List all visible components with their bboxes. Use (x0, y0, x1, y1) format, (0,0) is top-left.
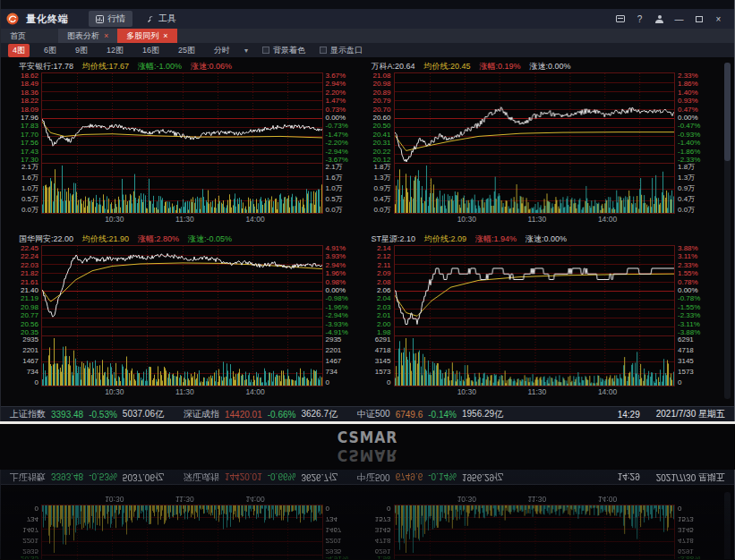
app-window: 量化终端 行情 工具 ? — × (0, 470, 735, 559)
price-chart[interactable] (41, 245, 323, 336)
index-value: 6749.6 (396, 472, 423, 482)
price-axis-labels: 22.4522.2422.0321.8221.6121.4021.1920.98… (17, 245, 41, 336)
time-tick: 10:30 (457, 495, 476, 504)
grid-16-button[interactable]: 16图 (138, 44, 164, 57)
chart-grid: 平安银行:17.78 均价线:17.67 涨幅:-1.00% 涨速:0.06% … (1, 485, 734, 559)
index-name[interactable]: 中证500 (357, 408, 390, 420)
tab-home[interactable]: 首页 (1, 29, 35, 43)
chart-panel-vanke[interactable]: 万科A:20.64 均价线:20.45 涨幅:0.19% 涨速:0.00% 21… (370, 61, 708, 233)
background-shading-checkbox[interactable]: 背景着色 (262, 45, 305, 56)
chart-header: 平安银行:17.78 均价线:17.67 涨幅:-1.00% 涨速:0.06% (17, 61, 355, 72)
grid-25-button[interactable]: 25图 (174, 44, 200, 57)
time-tick: 10:30 (105, 215, 124, 224)
index-name: 深证成指 (184, 471, 219, 483)
change-pct-label: 涨幅:-1.00% (138, 61, 182, 72)
volume-axis-labels: 62914718314515730 (675, 505, 707, 555)
tab-chart-analysis[interactable]: 图表分析 × (58, 29, 117, 43)
price-chart[interactable] (394, 245, 676, 336)
volume-chart[interactable] (394, 164, 676, 214)
close-button[interactable]: × (712, 13, 725, 25)
volume-axis-labels: 2.1万1.6万1.0万0.5万0.0万 (323, 164, 355, 214)
percent-axis-labels: 3.67%2.94%2.20%1.47%0.73%0.00%-0.73%-1.4… (323, 72, 355, 164)
clock-date: 2021/7/30 星期五 (656, 471, 725, 483)
change-pct-label: 涨幅:1.94% (475, 233, 517, 245)
volume-chart[interactable] (41, 336, 323, 386)
csmar-watermark: CSMAR (30, 429, 705, 445)
screenshot-stage: 量化终端 行情 工具 ? — × (0, 0, 735, 560)
maximize-button[interactable] (692, 13, 705, 25)
window-top-edge (1, 0, 734, 9)
tab-multi-stock-label: 多股同列 (126, 30, 158, 42)
change-speed-label: 涨速:0.00% (526, 233, 567, 245)
scrollbar[interactable] (724, 63, 731, 399)
right-axis: 4.91%3.93%2.94%1.96%0.98%0.00%-0.98%-1.9… (323, 494, 355, 559)
index-change: -0.14% (428, 410, 457, 420)
grid-9-button[interactable]: 9图 (71, 44, 92, 57)
time-tick: 11:30 (175, 495, 194, 504)
volume-axis-labels: 1.8万1.3万0.9万0.4万0.0万 (675, 164, 707, 214)
right-axis: 2.33%1.86%1.40%0.93%0.47%0.00%-0.47%-0.9… (675, 72, 707, 225)
index-change: -0.66% (268, 472, 296, 482)
chart-panel-stxingyuan: ST星源:2.10 均价线:2.09 涨幅:1.94% 涨速:0.00% 2.1… (370, 485, 708, 559)
chart-grid: 平安银行:17.78 均价线:17.67 涨幅:-1.00% 涨速:0.06% … (1, 57, 734, 406)
time-axis: 10:30 11:30 14:00 (394, 386, 676, 397)
tab-close-icon[interactable]: × (104, 31, 108, 40)
chart-panel-pingan[interactable]: 平安银行:17.78 均价线:17.67 涨幅:-1.00% 涨速:0.06% … (17, 61, 355, 233)
user-button[interactable] (653, 13, 666, 25)
index-value: 6749.6 (396, 410, 423, 420)
price-chart[interactable] (41, 72, 323, 164)
scrollbar-thumb[interactable] (724, 63, 731, 161)
tab-bar: 首页 图表分析 × 多股同列 × (1, 29, 734, 43)
volume-axis-labels: 2.1万1.6万1.0万0.5万0.0万 (17, 164, 41, 214)
menu-quotes-label: 行情 (107, 13, 125, 25)
chart-panel-guohua[interactable]: 国华网安:22.00 均价线:21.90 涨幅:2.80% 涨速:-0.05% … (17, 233, 355, 406)
chevron-down-icon[interactable]: ▾ (244, 47, 248, 55)
maximize-icon (696, 16, 703, 22)
time-tick: 14:00 (245, 387, 264, 396)
intraday-button[interactable]: 分时 (209, 44, 235, 57)
volume-axis-labels: 2935220114677340 (17, 336, 41, 386)
chart-header: ST星源:2.10 均价线:2.09 涨幅:1.94% 涨速:0.00% (370, 233, 708, 245)
index-change: -0.66% (268, 410, 296, 420)
tab-home-label: 首页 (10, 30, 26, 42)
volume-chart[interactable] (394, 336, 676, 386)
volume-chart (394, 505, 676, 555)
menu-tools[interactable]: 工具 (140, 11, 184, 27)
time-axis: 10:30 11:30 14:00 (41, 386, 323, 397)
grid-6-button[interactable]: 6图 (39, 44, 61, 57)
price-chart[interactable] (394, 72, 676, 164)
left-axis: 22.4522.2422.0321.8221.6121.4021.1920.98… (17, 245, 41, 397)
time-tick: 14:00 (598, 495, 617, 504)
chart-panel-stxingyuan[interactable]: ST星源:2.10 均价线:2.09 涨幅:1.94% 涨速:0.00% 2.1… (370, 233, 708, 406)
left-axis: 22.4522.2422.0321.8221.6121.4021.1920.98… (17, 494, 41, 559)
index-name[interactable]: 上证指数 (10, 408, 46, 420)
minimize-button[interactable]: — (672, 13, 686, 25)
tab-close-icon[interactable]: × (163, 31, 167, 40)
menu-quotes[interactable]: 行情 (89, 11, 132, 27)
change-speed-label: 涨速:0.06% (191, 61, 232, 72)
chart-header: 国华网安:22.00 均价线:21.90 涨幅:2.80% 涨速:-0.05% (17, 233, 355, 245)
panel-icon (616, 15, 625, 22)
chart-header: 万科A:20.64 均价线:20.45 涨幅:0.19% 涨速:0.00% (370, 61, 708, 72)
title-bar: 量化终端 行情 工具 ? — × (1, 9, 734, 29)
show-orderbook-checkbox[interactable]: 显示盘口 (320, 45, 363, 56)
left-axis: 18.6218.4918.3618.2218.0917.9617.8317.70… (17, 72, 41, 225)
avg-price-label: 均价线:17.67 (82, 61, 129, 72)
theme-panel-button[interactable] (613, 13, 627, 25)
percent-axis-labels: 4.91%3.93%2.94%1.96%0.98%0.00%-0.98%-1.9… (323, 245, 355, 336)
time-axis: 10:30 11:30 14:00 (394, 494, 676, 505)
help-button[interactable]: ? (633, 13, 646, 25)
clock-time: 14:29 (618, 472, 640, 482)
grid-12-button[interactable]: 12图 (102, 44, 128, 57)
index-amount: 5037.06亿 (123, 471, 164, 483)
app-reflection: 量化终端 行情 工具 ? — × (0, 470, 735, 559)
percent-axis-labels: 3.88%3.11%2.33%1.55%0.78%0.00%-0.78%-1.5… (675, 245, 707, 336)
grid-4-button[interactable]: 4图 (8, 44, 30, 57)
index-name[interactable]: 深证成指 (184, 408, 219, 420)
tab-chart-analysis-label: 图表分析 (67, 30, 99, 42)
time-tick: 11:30 (528, 215, 547, 224)
tab-multi-stock[interactable]: 多股同列 × (117, 29, 176, 43)
volume-chart[interactable] (41, 164, 323, 214)
chart-panel-guohua: 国华网安:22.00 均价线:21.90 涨幅:2.80% 涨速:-0.05% … (17, 485, 355, 559)
app-logo-icon (6, 13, 19, 25)
